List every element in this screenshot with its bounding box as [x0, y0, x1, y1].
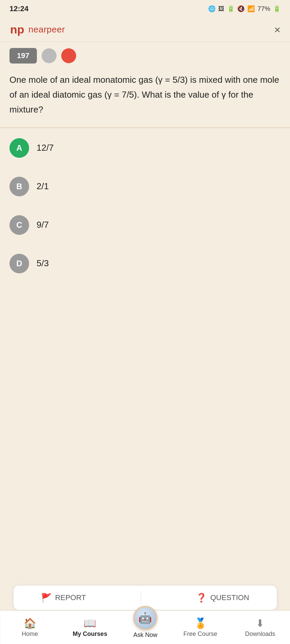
option-circle-a: A — [9, 138, 29, 158]
status-time: 12:24 — [9, 4, 28, 13]
battery-lock-icon: 🔋 — [227, 5, 235, 13]
ask-now-robot-icon: 🤖 — [133, 606, 157, 630]
close-button[interactable]: × — [274, 24, 281, 35]
circle-badge-gray — [42, 48, 57, 63]
option-row-c[interactable]: C 9/7 — [9, 215, 281, 235]
options-area: A 12/7 B 2/1 C 9/7 D 5/3 — [0, 128, 290, 302]
home-icon: 🏠 — [24, 617, 36, 629]
question-text-area: One mole of an ideal monatomic gas (γ = … — [0, 67, 290, 128]
question-number-badge: 197 — [9, 48, 37, 64]
downloads-icon: ⬇ — [256, 617, 264, 629]
nav-item-free-course[interactable]: 🏅 Free Course — [183, 617, 217, 638]
image-icon: 🖼 — [218, 5, 224, 13]
svg-text:np: np — [10, 23, 24, 36]
option-text-d: 5/3 — [37, 258, 49, 269]
battery-text: 77% — [258, 5, 270, 13]
option-circle-d: D — [9, 254, 29, 273]
option-row-a[interactable]: A 12/7 — [9, 138, 281, 158]
mute-icon: 🔇 — [237, 5, 245, 13]
status-icons: 🌐 🖼 🔋 🔇 📶 77% 🔋 — [208, 5, 281, 13]
logo-text: nearpeer — [28, 24, 65, 35]
nav-label-downloads: Downloads — [245, 630, 275, 638]
my-courses-icon: 📖 — [84, 617, 96, 629]
badge-area — [42, 48, 76, 63]
question-text: One mole of an ideal monatomic gas (γ = … — [9, 72, 281, 117]
header: np nearpeer × — [0, 18, 290, 42]
option-text-b: 2/1 — [37, 181, 49, 192]
option-label-c: C — [16, 220, 22, 230]
nav-label-free-course: Free Course — [183, 630, 217, 638]
option-row-b[interactable]: B 2/1 — [9, 177, 281, 196]
battery-icon: 🔋 — [273, 5, 281, 13]
action-divider — [141, 591, 141, 604]
wifi-icon: 📶 — [247, 5, 255, 13]
option-row-d[interactable]: D 5/3 — [9, 254, 281, 273]
question-top-area: 197 — [0, 42, 290, 67]
report-icon: 🚩 — [41, 593, 52, 603]
question-icon: ❓ — [196, 593, 207, 603]
circle-badge-red — [61, 48, 76, 63]
nav-item-ask-now[interactable]: 🤖 Ask Now — [133, 606, 157, 639]
option-circle-b: B — [9, 177, 29, 196]
free-course-icon: 🏅 — [194, 617, 207, 629]
nearpeer-logo-icon: np — [9, 22, 25, 38]
option-label-b: B — [16, 182, 22, 191]
option-circle-c: C — [9, 215, 29, 235]
nav-label-my-courses: My Courses — [73, 630, 107, 638]
question-button[interactable]: ❓ QUESTION — [196, 593, 249, 603]
option-text-c: 9/7 — [37, 220, 49, 230]
status-bar: 12:24 🌐 🖼 🔋 🔇 📶 77% 🔋 — [0, 0, 290, 18]
report-button[interactable]: 🚩 REPORT — [41, 593, 86, 603]
logo-area: np nearpeer — [9, 22, 65, 38]
bottom-nav: 🏠 Home 📖 My Courses 🤖 Ask Now 🏅 Free Cou… — [0, 610, 290, 644]
nav-label-home: Home — [22, 630, 38, 638]
nav-item-home[interactable]: 🏠 Home — [13, 617, 47, 638]
report-label: REPORT — [55, 593, 86, 602]
question-label: QUESTION — [210, 593, 249, 602]
camera-icon: 🌐 — [208, 5, 216, 13]
option-text-a: 12/7 — [37, 143, 54, 153]
option-label-a: A — [16, 143, 22, 153]
nav-item-my-courses[interactable]: 📖 My Courses — [73, 617, 107, 638]
nav-label-ask-now: Ask Now — [133, 631, 157, 639]
nav-item-downloads[interactable]: ⬇ Downloads — [243, 617, 277, 638]
option-label-d: D — [16, 259, 22, 268]
